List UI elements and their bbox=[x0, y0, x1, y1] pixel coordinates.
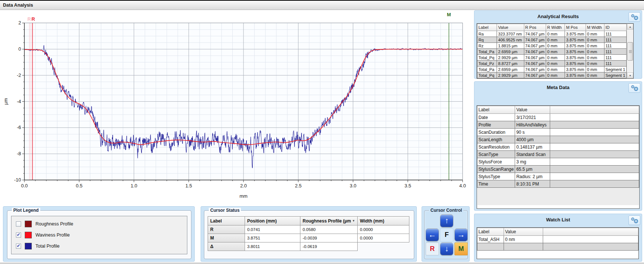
table-cell: 2.6959 µm bbox=[497, 67, 524, 72]
table-row[interactable]: StylusScanRange65.5 µm bbox=[477, 166, 639, 173]
table-cell bbox=[543, 243, 638, 251]
column-header: Value bbox=[504, 228, 543, 236]
table-row[interactable]: StylusForce3 mg bbox=[477, 158, 639, 166]
table-row[interactable] bbox=[477, 243, 638, 251]
table-cell: 111 bbox=[604, 37, 626, 43]
cursor-status-value[interactable]: -0.0039 bbox=[300, 234, 358, 242]
cursor-f-button[interactable]: F bbox=[440, 228, 453, 241]
cursor-right-button[interactable]: → bbox=[454, 228, 468, 241]
scroll-up-button[interactable]: ▲ bbox=[627, 24, 633, 30]
table-row[interactable]: Total_Pa2.6959 µm74.067 µm0 mm3.875 mm0 … bbox=[477, 49, 627, 55]
profile-select-header[interactable]: Roughness Profile (µm▼ bbox=[300, 216, 358, 225]
column-header: Value bbox=[515, 106, 550, 114]
table-cell: 0.148137 µm bbox=[515, 143, 550, 151]
table-cell: 3 mg bbox=[515, 158, 550, 166]
legend-checkbox-3[interactable] bbox=[16, 244, 21, 249]
analytical-results-table[interactable]: LabelValueR PosR WidthM PosM WidthIDRa32… bbox=[477, 24, 627, 78]
column-header bbox=[550, 106, 639, 114]
table-cell: Total_Pq bbox=[477, 72, 497, 78]
watch-list-table[interactable]: LabelValueTotal_ASH0 nm bbox=[477, 228, 638, 251]
table-cell: 3.875 mm bbox=[565, 61, 586, 67]
table-cell: 3.875 mm bbox=[565, 31, 586, 37]
table-cell: 3.875 mm bbox=[565, 72, 586, 78]
table-row[interactable]: Total_Pz8.8727 µm74.067 µm0 mm3.875 mm0 … bbox=[477, 61, 627, 67]
svg-text:0: 0 bbox=[18, 46, 21, 52]
gear-icon: ⚙ bbox=[633, 15, 638, 21]
panel-title-meta-data: Meta Data bbox=[474, 85, 642, 90]
table-row[interactable]: Total_Pq2.9929 µm74.067 µm0 mm3.875 mm0 … bbox=[477, 72, 627, 78]
table-cell: 0 mm bbox=[586, 37, 604, 43]
table-cell: 3.875 mm bbox=[565, 49, 586, 55]
cursor-down-button[interactable]: ↓ bbox=[440, 242, 453, 255]
svg-text:-2: -2 bbox=[17, 72, 21, 78]
cursor-m-button[interactable]: M bbox=[454, 242, 468, 255]
table-row[interactable]: Time8:10:31 PM bbox=[477, 180, 639, 188]
cursor-row-label: M bbox=[208, 234, 245, 242]
cursor-r-label[interactable]: R bbox=[31, 16, 35, 22]
scrollbar-track[interactable] bbox=[627, 30, 633, 72]
table-cell bbox=[550, 143, 639, 151]
svg-text:2.5: 2.5 bbox=[295, 183, 301, 188]
cursor-status-value[interactable]: 3.8011 bbox=[245, 242, 300, 251]
scrollbar-thumb[interactable] bbox=[627, 42, 633, 61]
table-cell: Date bbox=[477, 114, 515, 121]
legend-checkbox-2[interactable] bbox=[16, 232, 21, 238]
cursor-status-value[interactable]: 3.8751 bbox=[245, 234, 300, 242]
cursor-status-value[interactable]: 0.0000 bbox=[357, 234, 409, 242]
empty-cell bbox=[358, 242, 409, 251]
cursor-left-button[interactable]: ← bbox=[426, 228, 439, 241]
table-row[interactable]: Total_ASH0 nm bbox=[477, 236, 638, 243]
analytical-results-settings-button[interactable]: ⚙ ⚙ bbox=[628, 12, 640, 22]
cursor-status-value[interactable]: -0.0619 bbox=[300, 242, 358, 251]
svg-text:1.5: 1.5 bbox=[185, 183, 192, 188]
table-cell: 0 mm bbox=[546, 61, 565, 67]
table-row[interactable]: ProfileHillsAndValleys bbox=[477, 121, 639, 129]
cursor-m-label[interactable]: M bbox=[447, 12, 451, 17]
table-row[interactable]: ScanResolution0.148137 µm bbox=[477, 143, 639, 151]
cursor-status-value[interactable]: 0.0580 bbox=[300, 225, 358, 234]
dropdown-arrow-icon[interactable]: ▼ bbox=[352, 219, 355, 222]
meta-data-settings-button[interactable]: ⚙ ⚙ bbox=[628, 83, 640, 93]
table-row[interactable]: Rq406.9525 nm74.067 µm0 mm3.875 mm0 mm11… bbox=[477, 37, 627, 43]
svg-text:0.5: 0.5 bbox=[76, 183, 82, 188]
table-row[interactable]: Total_Pa2.6959 µm74.067 µm0 mm3.875 mm0 … bbox=[477, 67, 627, 72]
table-cell: 111 bbox=[604, 31, 626, 37]
cursor-r-button[interactable]: R bbox=[426, 242, 439, 255]
table-cell: 0 mm bbox=[586, 43, 604, 49]
legend-item: Roughness Profile bbox=[11, 218, 187, 230]
cursor-status-value[interactable]: 0.0741 bbox=[245, 225, 300, 234]
table-row[interactable]: ScanDuration90 s bbox=[477, 129, 639, 136]
svg-text:-6: -6 bbox=[17, 125, 21, 130]
svg-text:0.0: 0.0 bbox=[21, 183, 28, 188]
watch-list-settings-button[interactable]: ⚙ ⚙ bbox=[628, 215, 640, 225]
table-row[interactable]: Date3/17/2021 bbox=[477, 114, 639, 121]
table-cell: Radius: 2 µm bbox=[515, 173, 550, 180]
svg-text:-10: -10 bbox=[14, 177, 21, 183]
table-cell: 8:10:31 PM bbox=[515, 180, 550, 188]
table-cell bbox=[550, 136, 639, 143]
table-row[interactable]: ScanLength4000 µm bbox=[477, 136, 639, 143]
legend-listbox: Roughness ProfileWaviness ProfileTotal P… bbox=[11, 216, 187, 254]
meta-data-table[interactable]: LabelValueDate3/17/2021ProfileHillsAndVa… bbox=[477, 106, 639, 188]
legend-checkbox-1[interactable] bbox=[16, 221, 21, 227]
table-row[interactable]: Rz1.8815 µm74.067 µm0 mm3.875 mm0 mm111 bbox=[477, 43, 627, 49]
cursor-up-button[interactable]: ↑ bbox=[440, 214, 453, 227]
svg-text:4.0: 4.0 bbox=[459, 183, 466, 188]
table-row[interactable]: ScanTypeStandard Scan bbox=[477, 151, 639, 158]
table-cell: 111 bbox=[604, 55, 626, 61]
table-cell: 323.3707 nm bbox=[497, 31, 524, 37]
vertical-scrollbar[interactable]: ▲ ▼ bbox=[627, 24, 633, 78]
table-empty-area bbox=[477, 188, 639, 205]
table-row[interactable]: Total_Pq2.9929 µm74.067 µm0 mm3.875 mm0 … bbox=[477, 55, 627, 61]
table-cell: 0 mm bbox=[586, 31, 604, 37]
scroll-down-button[interactable]: ▼ bbox=[627, 72, 633, 78]
up-arrow-icon: ↑ bbox=[445, 216, 449, 225]
table-cell bbox=[543, 236, 638, 243]
table-row[interactable]: Ra323.3707 nm74.067 µm0 mm3.875 mm0 mm11… bbox=[477, 31, 627, 37]
table-row[interactable]: StylusTypeRadius: 2 µm bbox=[477, 173, 639, 180]
table-cell: 0 mm bbox=[546, 72, 565, 78]
table-cell bbox=[550, 158, 639, 166]
profile-chart[interactable]: 0.00.51.01.52.02.53.03.54.020-2-4-6-8-10… bbox=[0, 0, 473, 201]
cursor-status-value[interactable]: 0.0000 bbox=[357, 225, 409, 234]
table-cell: Total_ASH bbox=[477, 236, 504, 243]
